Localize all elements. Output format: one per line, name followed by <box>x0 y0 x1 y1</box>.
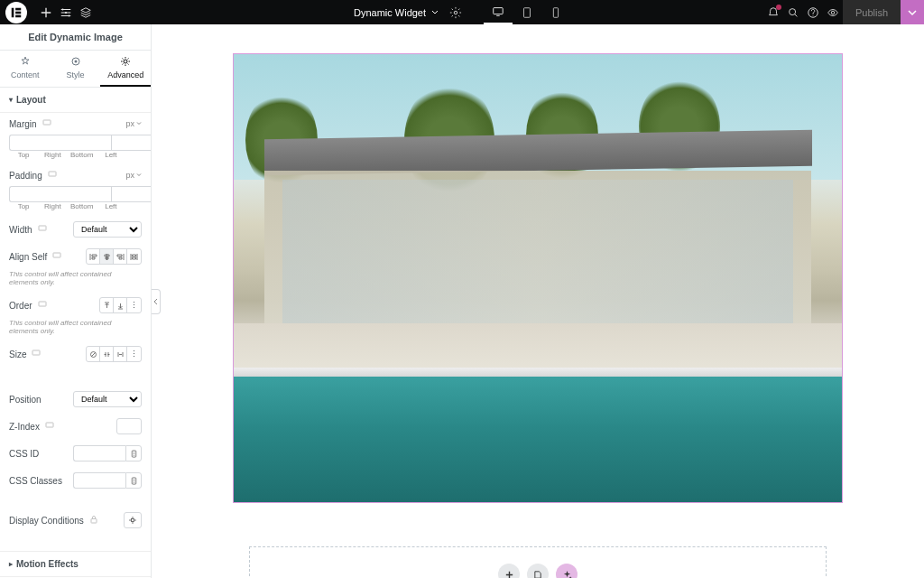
width-label: Width <box>9 225 32 235</box>
cssclasses-dynamic-button[interactable] <box>125 472 142 489</box>
selected-widget[interactable] <box>233 53 843 503</box>
svg-rect-22 <box>39 302 46 306</box>
size-grow[interactable] <box>114 347 127 361</box>
cssid-input[interactable] <box>73 445 125 461</box>
cssid-label: CSS ID <box>9 449 39 459</box>
display-conditions-button[interactable] <box>125 513 141 527</box>
add-widget-button[interactable] <box>498 564 520 578</box>
align-self-label: Align Self <box>9 252 47 262</box>
device-tablet[interactable] <box>513 0 541 24</box>
size-label: Size <box>9 350 26 359</box>
svg-rect-21 <box>53 253 60 257</box>
order-helper: This control will affect contained eleme… <box>0 319 151 340</box>
svg-point-14 <box>831 11 835 14</box>
align-center[interactable] <box>100 249 114 264</box>
position-label: Position <box>9 395 42 405</box>
panel-title: Edit Dynamic Image <box>0 24 151 51</box>
size-shrink[interactable] <box>100 347 114 361</box>
svg-rect-0 <box>12 7 14 17</box>
zindex-label: Z-Index <box>9 422 40 432</box>
align-end[interactable] <box>114 249 127 264</box>
preview-icon[interactable] <box>823 3 843 23</box>
order-label: Order <box>9 301 32 311</box>
svg-rect-18 <box>43 120 51 125</box>
tab-content[interactable]: Content <box>0 51 51 87</box>
svg-point-6 <box>68 14 69 16</box>
help-icon[interactable] <box>803 3 823 23</box>
template-button[interactable] <box>527 564 549 578</box>
size-none[interactable] <box>87 347 100 361</box>
widget-selector[interactable]: Dynamic Widget <box>354 7 439 18</box>
search-icon[interactable] <box>783 3 803 23</box>
lock-icon <box>89 515 98 526</box>
tab-advanced[interactable]: Advanced <box>100 51 151 87</box>
svg-rect-20 <box>39 226 46 230</box>
width-select[interactable]: Default <box>73 221 142 238</box>
chevron-down-icon <box>431 9 439 16</box>
ai-button[interactable] <box>556 564 578 578</box>
cssclasses-input[interactable] <box>73 472 125 489</box>
margin-label: Margin <box>9 119 37 129</box>
align-start[interactable] <box>87 249 100 264</box>
device-desktop[interactable] <box>484 0 513 24</box>
svg-point-11 <box>790 8 796 14</box>
preview-image <box>234 54 842 502</box>
margin-top-input[interactable] <box>9 135 111 151</box>
zindex-input[interactable] <box>116 418 142 434</box>
margin-right-input[interactable] <box>111 135 152 151</box>
align-stretch[interactable] <box>127 249 141 264</box>
chevron-down-icon[interactable] <box>136 121 142 126</box>
section-motion-effects[interactable]: ▸Motion Effects <box>0 552 151 577</box>
cssclasses-label: CSS Classes <box>9 476 62 486</box>
svg-point-16 <box>74 61 77 63</box>
svg-point-5 <box>65 11 67 13</box>
svg-rect-19 <box>49 172 56 176</box>
responsive-icon[interactable] <box>32 349 41 359</box>
svg-rect-25 <box>46 423 53 427</box>
padding-right-input[interactable] <box>111 186 152 202</box>
padding-top-input[interactable] <box>9 186 111 202</box>
structure-icon[interactable] <box>56 3 76 23</box>
align-helper: This control will affect contained eleme… <box>0 270 151 292</box>
order-end[interactable] <box>114 298 127 312</box>
device-mobile[interactable] <box>541 0 570 24</box>
svg-point-17 <box>124 60 127 63</box>
section-layout[interactable]: ▾Layout <box>0 88 151 113</box>
order-start[interactable] <box>100 298 114 312</box>
drop-zone[interactable]: Drag widget here <box>249 546 827 578</box>
order-custom[interactable]: ⋮ <box>127 298 141 312</box>
responsive-icon[interactable] <box>42 118 51 129</box>
widget-name: Dynamic Widget <box>354 7 426 18</box>
chevron-down-icon[interactable] <box>136 172 142 178</box>
svg-rect-23 <box>32 350 40 355</box>
responsive-icon[interactable] <box>38 224 47 235</box>
responsive-icon[interactable] <box>48 170 57 181</box>
svg-point-13 <box>812 15 813 16</box>
svg-rect-2 <box>15 11 21 14</box>
settings-icon[interactable] <box>446 3 466 23</box>
padding-label: Padding <box>9 171 42 181</box>
elementor-logo[interactable] <box>5 2 27 23</box>
publish-button[interactable]: Publish <box>843 0 901 24</box>
responsive-icon[interactable] <box>38 300 47 311</box>
tab-style[interactable]: Style <box>51 51 101 87</box>
publish-options-button[interactable] <box>901 0 924 24</box>
svg-rect-8 <box>494 7 504 14</box>
size-custom[interactable]: ⋮ <box>127 347 141 361</box>
responsive-icon[interactable] <box>52 251 61 262</box>
notifications-icon[interactable] <box>763 3 783 23</box>
panel-collapse-handle[interactable] <box>152 289 161 314</box>
add-icon[interactable] <box>36 3 56 23</box>
layers-icon[interactable] <box>76 3 96 23</box>
svg-rect-3 <box>15 14 21 17</box>
svg-point-7 <box>454 11 457 14</box>
cssid-dynamic-button[interactable] <box>125 445 142 461</box>
svg-rect-28 <box>91 519 97 524</box>
svg-rect-9 <box>524 7 531 17</box>
position-select[interactable]: Default <box>73 391 142 407</box>
svg-rect-1 <box>15 7 21 10</box>
svg-point-4 <box>61 8 63 10</box>
display-conditions-label: Display Conditions <box>9 516 84 526</box>
responsive-icon[interactable] <box>45 421 54 432</box>
svg-rect-10 <box>553 7 558 17</box>
